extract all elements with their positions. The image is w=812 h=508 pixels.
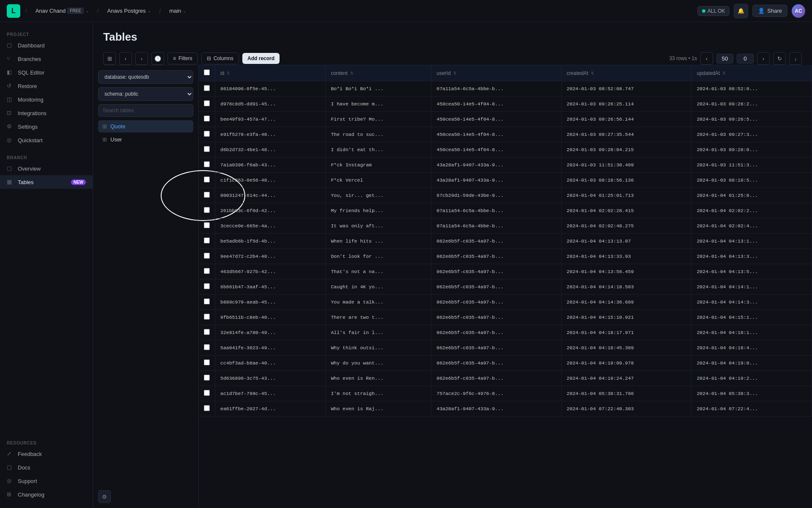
cell-content[interactable]: Who even is Ren... — [326, 371, 431, 386]
sidebar-item-feedback[interactable]: ⤢ Feedback — [0, 447, 93, 461]
cell-updatedat[interactable]: 2024-01-04 07:22:4... — [691, 401, 812, 417]
app-logo[interactable]: L — [7, 4, 20, 18]
cell-createdat[interactable]: 2024-01-04 07:22:40.303 — [561, 401, 691, 417]
schema-select[interactable]: schema: public — [98, 87, 193, 101]
row-checkbox[interactable] — [204, 222, 210, 228]
cell-content[interactable]: F*ck Vercel — [326, 173, 431, 188]
cell-userid[interactable]: 062e6b5f-c035-4a97-b... — [431, 340, 562, 356]
cell-createdat[interactable]: 2024-01-04 04:13:13.07 — [561, 234, 691, 249]
table-row[interactable]: b889c970-aeab-45...You made a talk...062… — [199, 295, 812, 310]
table-item-user[interactable]: ⊞ User — [98, 133, 193, 146]
row-checkbox[interactable] — [204, 177, 210, 182]
table-row[interactable]: 5aa041fe-3023-49...Why think outsi...062… — [199, 340, 812, 356]
panel-toggle-button[interactable]: ⊞ — [103, 52, 116, 65]
cell-updatedat[interactable]: 2024-01-03 11:51:3... — [691, 157, 812, 173]
table-row[interactable]: 3cecce0e-665e-4a...It was only aft...07a… — [199, 218, 812, 234]
table-row[interactable]: 9ee47d72-c2b4-40...Don't look for ...062… — [199, 249, 812, 264]
page-prev-button[interactable]: ‹ — [700, 52, 713, 65]
cell-userid[interactable]: 07a11a54-6c5a-4bbe-b... — [431, 218, 562, 234]
sidebar-item-settings[interactable]: ⚙ Settings — [0, 120, 93, 133]
cell-updatedat[interactable]: 2024-01-04 04:13:5... — [691, 264, 812, 279]
row-checkbox[interactable] — [204, 207, 210, 213]
share-button[interactable]: 👤 Share — [752, 5, 787, 17]
cell-userid[interactable]: 450cea50-14e5-4f04-8... — [431, 112, 562, 127]
cell-updatedat[interactable]: 2024-01-04 04:15:1... — [691, 310, 812, 325]
cell-userid[interactable]: 062e6b5f-c035-4a97-b... — [431, 264, 562, 279]
row-checkbox[interactable] — [204, 405, 210, 411]
cell-updatedat[interactable]: 2024-01-03 09:26:5... — [691, 112, 812, 127]
cell-content[interactable]: The road to suc... — [326, 127, 431, 142]
table-row[interactable]: 9fb6511b-c8eb-40...There are two t...062… — [199, 310, 812, 325]
cell-userid[interactable]: 07a11a54-6c5a-4bbe-b... — [431, 81, 562, 97]
row-checkbox[interactable] — [204, 131, 210, 137]
cell-createdat[interactable]: 2024-01-03 11:51:30.409 — [561, 157, 691, 173]
table-row[interactable]: 6b661b47-3aaf-45...Caught in 4K yo...062… — [199, 279, 812, 295]
download-button[interactable]: ↓ — [789, 52, 802, 65]
row-checkbox[interactable] — [204, 314, 210, 320]
filters-button[interactable]: ≡ Filters — [167, 52, 198, 64]
row-checkbox[interactable] — [204, 116, 210, 121]
cell-updatedat[interactable]: 2024-01-04 05:38:3... — [691, 386, 812, 401]
sidebar-item-docs[interactable]: ▢ Docs — [0, 461, 93, 474]
sidebar-item-support[interactable]: ◎ Support — [0, 474, 93, 488]
header-createdat[interactable]: createdAt ⇅ — [561, 65, 691, 81]
prev-button[interactable]: ‹ — [119, 52, 132, 65]
cell-createdat[interactable]: 2024-01-03 09:27:35.544 — [561, 127, 691, 142]
cell-id[interactable]: ea61ffbe-2027-4d... — [215, 401, 326, 417]
header-updatedat[interactable]: updatedAt ⇅ — [691, 65, 812, 81]
page-num-input[interactable] — [737, 54, 754, 64]
cell-createdat[interactable]: 2024-01-04 04:18:17.971 — [561, 325, 691, 340]
user-menu[interactable]: Anav Chand FREE ⌄ — [32, 6, 92, 16]
cell-content[interactable]: There are two t... — [326, 310, 431, 325]
cell-id[interactable]: ac1d7be7-799c-45... — [215, 386, 326, 401]
database-menu[interactable]: Anavs Postgres ⌄ — [104, 6, 154, 16]
row-checkbox[interactable] — [204, 329, 210, 335]
cell-content[interactable]: You made a talk... — [326, 295, 431, 310]
table-row[interactable]: d6b2d732-4be1-48...I didn't eat th...450… — [199, 142, 812, 157]
cell-content[interactable]: My friends help... — [326, 203, 431, 218]
cell-updatedat[interactable]: 2024-01-04 04:13:3... — [691, 249, 812, 264]
table-row[interactable]: 32e814fe-a780-49...All's fair in l...062… — [199, 325, 812, 340]
branch-menu[interactable]: main ⌄ — [166, 6, 189, 16]
sidebar-item-restore[interactable]: ↺ Restore — [0, 79, 93, 93]
table-row[interactable]: c1f1c363-0e56-48...F*ck Vercel43a28af1-9… — [199, 173, 812, 188]
cell-userid[interactable]: 450cea50-14e5-4f04-8... — [431, 127, 562, 142]
table-row[interactable]: bee49f93-457a-47...First tribe? Mo...450… — [199, 112, 812, 127]
cell-userid[interactable]: 062e6b5f-c035-4a97-b... — [431, 356, 562, 371]
cell-content[interactable]: When life hits ... — [326, 234, 431, 249]
cell-updatedat[interactable]: 2024-01-04 02:02:4... — [691, 218, 812, 234]
cell-updatedat[interactable]: 2024-01-03 09:28:0... — [691, 142, 812, 157]
cell-createdat[interactable]: 2024-01-04 04:18:45.309 — [561, 340, 691, 356]
per-page-input[interactable] — [716, 54, 733, 64]
cell-id[interactable]: 00031247-614c-44... — [215, 188, 326, 203]
cell-id[interactable]: d976c8d5-dd91-45... — [215, 97, 326, 112]
cell-updatedat[interactable]: 2024-01-03 09:27:3... — [691, 127, 812, 142]
cell-createdat[interactable]: 2024-01-04 05:38:31.786 — [561, 386, 691, 401]
cell-createdat[interactable]: 2024-01-04 01:25:01.713 — [561, 188, 691, 203]
cell-content[interactable]: Don't look for ... — [326, 249, 431, 264]
cell-id[interactable]: 5aa041fe-3023-49... — [215, 340, 326, 356]
cell-updatedat[interactable]: 2024-01-03 08:52:0... — [691, 81, 812, 97]
table-row[interactable]: cc4bf3ad-b8ae-40...Why do you want...062… — [199, 356, 812, 371]
cell-content[interactable]: Caught in 4K yo... — [326, 279, 431, 295]
cell-content[interactable]: Why do you want... — [326, 356, 431, 371]
row-checkbox[interactable] — [204, 100, 210, 106]
sidebar-item-integrations[interactable]: ⊡ Integrations — [0, 106, 93, 120]
table-row[interactable]: 00031247-614c-44...You, sir... get...67c… — [199, 188, 812, 203]
cell-createdat[interactable]: 2024-01-04 04:14:18.503 — [561, 279, 691, 295]
sidebar-item-branches[interactable]: ⑂ Branches — [0, 52, 93, 66]
cell-createdat[interactable]: 2024-01-04 04:15:10.921 — [561, 310, 691, 325]
sidebar-item-changelog[interactable]: ⊞ Changelog — [0, 488, 93, 501]
cell-id[interactable]: c1f1c363-0e56-48... — [215, 173, 326, 188]
cell-userid[interactable]: 062e6b5f-c035-4a97-b... — [431, 234, 562, 249]
refresh-button[interactable]: ↻ — [773, 52, 786, 65]
cell-id[interactable]: 463d5667-927b-42... — [215, 264, 326, 279]
sidebar-item-monitoring[interactable]: ◫ Monitoring — [0, 93, 93, 106]
cell-updatedat[interactable]: 2024-01-04 04:18:1... — [691, 325, 812, 340]
table-row[interactable]: 463d5667-927b-42...That's not a na...062… — [199, 264, 812, 279]
sidebar-item-dashboard[interactable]: ▢ Dashboard — [0, 39, 93, 52]
cell-id[interactable]: 7a1a0396-f6ab-43... — [215, 157, 326, 173]
cell-updatedat[interactable]: 2024-01-04 04:18:4... — [691, 340, 812, 356]
cell-id[interactable]: b889c970-aeab-45... — [215, 295, 326, 310]
cell-id[interactable]: 9fb6511b-c8eb-40... — [215, 310, 326, 325]
